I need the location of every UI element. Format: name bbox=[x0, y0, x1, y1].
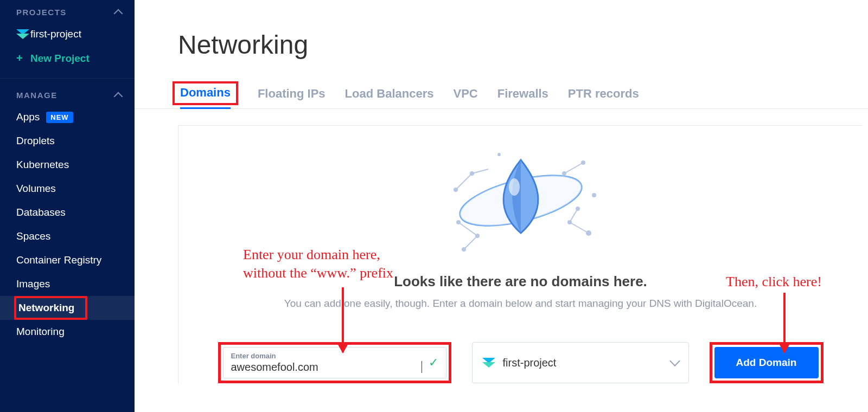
chevron-up-icon bbox=[114, 92, 123, 101]
sidebar-item-container-registry[interactable]: Container Registry bbox=[0, 248, 135, 272]
empty-illustration bbox=[439, 141, 602, 260]
sidebar-item-monitoring[interactable]: Monitoring bbox=[0, 320, 135, 344]
svg-line-12 bbox=[564, 163, 583, 173]
empty-subtitle: You can add one easily, though. Enter a … bbox=[195, 298, 846, 310]
main-content: Networking Domains Floating IPs Load Bal… bbox=[135, 0, 868, 412]
sidebar-item-kubernetes-label: Kubernetes bbox=[16, 159, 69, 171]
svg-point-14 bbox=[563, 172, 566, 175]
svg-point-21 bbox=[592, 194, 596, 197]
svg-line-3 bbox=[456, 173, 472, 190]
sidebar-projects-label: PROJECTS bbox=[16, 8, 67, 17]
tab-firewalls[interactable]: Firewalls bbox=[497, 87, 548, 108]
sidebar-project-first[interactable]: first-project bbox=[0, 22, 135, 46]
annotation-highlight-domain-input: Enter domain awesomefool.com ✓ bbox=[218, 342, 451, 383]
project-select-value: first-project bbox=[503, 357, 671, 369]
domains-panel: Looks like there are no domains here. Yo… bbox=[178, 125, 863, 383]
tab-vpc[interactable]: VPC bbox=[453, 87, 477, 108]
new-badge: NEW bbox=[46, 112, 73, 123]
domain-input-label: Enter domain bbox=[231, 352, 422, 360]
sidebar-projects-header[interactable]: PROJECTS bbox=[0, 0, 135, 22]
add-domain-button[interactable]: Add Domain bbox=[714, 347, 819, 378]
sidebar-item-spaces-label: Spaces bbox=[16, 230, 50, 242]
sidebar: PROJECTS first-project + New Project MAN… bbox=[0, 0, 135, 412]
sidebar-manage-label: MANAGE bbox=[16, 91, 58, 100]
sidebar-item-droplets[interactable]: Droplets bbox=[0, 129, 135, 153]
svg-point-16 bbox=[586, 231, 591, 235]
sidebar-manage-header[interactable]: MANAGE bbox=[0, 83, 135, 105]
tab-load-balancers[interactable]: Load Balancers bbox=[345, 87, 434, 108]
check-icon: ✓ bbox=[429, 356, 438, 370]
project-icon bbox=[482, 358, 495, 368]
svg-point-6 bbox=[470, 172, 474, 175]
annotation-highlight-add-domain: Add Domain bbox=[710, 342, 824, 383]
svg-line-10 bbox=[464, 236, 477, 249]
sidebar-new-project-label: New Project bbox=[30, 53, 90, 65]
svg-line-15 bbox=[570, 222, 589, 233]
tab-domains[interactable]: Domains bbox=[180, 86, 231, 103]
svg-point-2 bbox=[509, 178, 520, 196]
project-select[interactable]: first-project bbox=[472, 342, 689, 383]
svg-point-19 bbox=[568, 221, 571, 224]
sidebar-item-databases-label: Databases bbox=[16, 207, 66, 218]
plus-icon: + bbox=[16, 52, 30, 65]
text-caret bbox=[422, 361, 422, 373]
sidebar-item-monitoring-label: Monitoring bbox=[16, 326, 65, 338]
add-domain-form: Enter domain awesomefool.com ✓ first-pro… bbox=[195, 342, 846, 383]
domain-input-value[interactable]: awesomefool.com bbox=[231, 360, 421, 374]
sidebar-item-spaces[interactable]: Spaces bbox=[0, 224, 135, 248]
sidebar-item-volumes[interactable]: Volumes bbox=[0, 177, 135, 201]
svg-line-5 bbox=[472, 169, 488, 173]
sidebar-item-images[interactable]: Images bbox=[0, 272, 135, 296]
annotation-highlight-networking: Networking bbox=[14, 296, 87, 320]
sidebar-item-volumes-label: Volumes bbox=[16, 183, 56, 195]
domain-input[interactable]: Enter domain awesomefool.com ✓ bbox=[223, 347, 446, 378]
sidebar-item-networking-label: Networking bbox=[18, 302, 74, 313]
tab-floating-ips[interactable]: Floating IPs bbox=[258, 87, 326, 108]
empty-title: Looks like there are no domains here. bbox=[195, 273, 846, 290]
tab-ptr-records[interactable]: PTR records bbox=[568, 87, 639, 108]
sidebar-item-container-registry-label: Container Registry bbox=[16, 254, 101, 266]
svg-point-11 bbox=[462, 248, 465, 251]
svg-point-13 bbox=[582, 161, 585, 164]
annotation-highlight-domains-tab: Domains bbox=[173, 81, 238, 105]
chevron-up-icon bbox=[114, 9, 123, 18]
sidebar-item-images-label: Images bbox=[16, 278, 50, 290]
sidebar-project-first-label: first-project bbox=[30, 28, 81, 40]
sidebar-item-networking[interactable]: Networking bbox=[0, 296, 135, 320]
sidebar-divider bbox=[0, 78, 135, 79]
page-title: Networking bbox=[135, 0, 868, 81]
sidebar-new-project[interactable]: + New Project bbox=[0, 46, 135, 70]
svg-point-8 bbox=[457, 221, 460, 224]
sidebar-item-droplets-label: Droplets bbox=[16, 135, 55, 147]
chevron-down-icon bbox=[669, 356, 680, 366]
svg-point-20 bbox=[498, 153, 500, 156]
sidebar-item-kubernetes[interactable]: Kubernetes bbox=[0, 153, 135, 177]
tabs: Domains Floating IPs Load Balancers VPC … bbox=[135, 81, 868, 109]
sidebar-item-apps-label: Apps bbox=[16, 111, 40, 123]
svg-line-17 bbox=[570, 209, 578, 222]
svg-point-4 bbox=[454, 188, 457, 191]
svg-point-18 bbox=[576, 207, 579, 210]
sidebar-item-databases[interactable]: Databases bbox=[0, 201, 135, 224]
sidebar-item-apps[interactable]: Apps NEW bbox=[0, 105, 135, 129]
project-icon bbox=[16, 28, 30, 40]
